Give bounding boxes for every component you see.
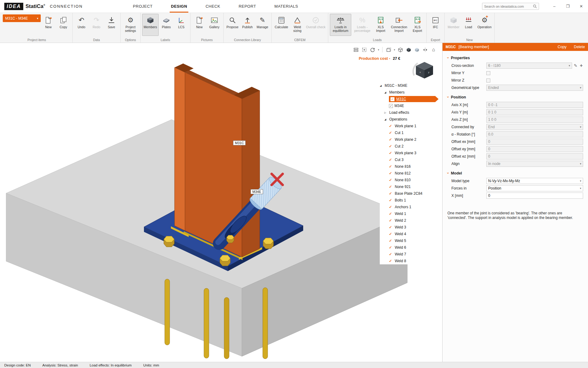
member-label-m34e[interactable]: M34E <box>251 189 263 194</box>
clip-box-icon[interactable] <box>385 46 392 53</box>
labels-members-toggle[interactable]: Members <box>142 14 159 36</box>
gallery-button[interactable]: Gallery <box>207 14 222 36</box>
tree-members-node[interactable]: ◢ Members <box>380 89 439 96</box>
tree-member-m34e[interactable]: ✓ M34E <box>380 102 439 109</box>
tree-operation-item[interactable]: ✓ Weld 8 <box>380 258 439 264</box>
cross-section-select[interactable]: 6 - I180 ▾ <box>486 63 572 69</box>
axis-y-input[interactable] <box>486 109 583 115</box>
labels-lcs-toggle[interactable]: LCS <box>174 14 189 36</box>
section-properties[interactable]: › Properties <box>447 56 583 60</box>
axis-x-input[interactable] <box>486 102 583 108</box>
tree-load-effects-node[interactable]: ▷ Load effects <box>380 109 439 116</box>
mirror-y-checkbox[interactable] <box>486 71 490 75</box>
tree-operation-item[interactable]: ✓ None 921 <box>380 183 439 190</box>
close-button[interactable]: ✕ <box>575 0 588 13</box>
offset-ey-input[interactable] <box>486 146 583 152</box>
publish-button[interactable]: Publish <box>240 14 255 36</box>
undo-button[interactable]: ↶ Undo <box>74 14 89 36</box>
transparent-view-icon[interactable] <box>413 46 421 53</box>
propose-button[interactable]: Propose <box>225 14 240 36</box>
wireframe-view-icon[interactable] <box>397 46 404 53</box>
copy-item-button[interactable]: Copy <box>56 14 71 36</box>
tab-design[interactable]: DESIGN <box>170 0 188 13</box>
tree-operation-item[interactable]: ✓ Cut 1 <box>380 129 439 136</box>
tree-operation-item[interactable]: ✓ Weld 6 <box>380 244 439 251</box>
add-cross-section-icon[interactable]: + <box>579 63 583 68</box>
tab-project[interactable]: PROJECT <box>132 0 154 13</box>
column-member-m31c[interactable] <box>175 63 260 257</box>
project-item-select[interactable]: M31C - M34E ▾ <box>3 14 41 22</box>
section-position[interactable]: › Position <box>447 95 583 99</box>
connected-by-select[interactable]: End ▾ <box>486 124 583 130</box>
save-button[interactable]: Save <box>104 14 119 36</box>
tab-materials[interactable]: MATERIALS <box>273 0 299 13</box>
3d-scene-canvas[interactable] <box>0 43 442 362</box>
model-type-select[interactable]: N-Vy-Vz-Mx-My-Mz ▾ <box>486 178 583 184</box>
tree-member-m31c-selected[interactable]: ✓ M31C <box>380 96 439 102</box>
tree-operation-item[interactable]: ✓ None 812 <box>380 170 439 177</box>
manage-button[interactable]: ✎ Manage <box>255 14 270 36</box>
xls-import-button[interactable]: XLS XLS Import <box>373 14 388 36</box>
tree-operation-item[interactable]: ✓ Bolts 1 <box>380 197 439 204</box>
tab-check[interactable]: CHECK <box>204 0 221 13</box>
rotation-input[interactable] <box>486 131 583 137</box>
tree-operation-item[interactable]: ✓ Weld 5 <box>380 237 439 244</box>
expand-icon[interactable]: ◢ <box>384 118 388 121</box>
selected-item-banner[interactable]: ✓ M31C <box>389 96 439 102</box>
home-view-icon[interactable]: ⌂ <box>430 46 437 53</box>
zoom-extents-icon[interactable] <box>360 46 368 53</box>
search-input[interactable] <box>484 5 533 8</box>
new-member-button[interactable]: Member <box>446 14 461 36</box>
tree-operation-item[interactable]: ✓ Work plane 1 <box>380 123 439 129</box>
ifc-export-button[interactable]: IFC IFC <box>428 14 443 36</box>
mirror-view-icon[interactable] <box>421 46 429 53</box>
loads-in-equilibrium-toggle[interactable]: Loads in equilibrium <box>330 14 351 36</box>
3d-viewport[interactable]: ▾ ▾ ⌂ Production cost - 27 € <box>0 43 442 362</box>
solid-view-icon[interactable] <box>405 46 413 53</box>
tree-operation-item[interactable]: ✓ Cut 3 <box>380 156 439 163</box>
x-position-input[interactable] <box>486 193 583 199</box>
redo-button[interactable]: ↷ Redo <box>89 14 104 36</box>
align-select[interactable]: In node ▾ <box>486 161 583 167</box>
tree-root[interactable]: ◢ M31C - M34E <box>380 82 439 89</box>
expand-icon[interactable]: ◢ <box>380 84 383 87</box>
new-load-button[interactable]: Load <box>461 14 476 36</box>
xls-export-button[interactable]: XLS XLS Export <box>410 14 425 36</box>
tree-operations-node[interactable]: ◢ Operations <box>380 116 439 123</box>
chevron-down-icon[interactable]: ▾ <box>393 48 396 51</box>
mirror-z-checkbox[interactable] <box>486 79 490 82</box>
new-operation-button[interactable]: ⚙+ Operation <box>476 14 493 36</box>
tab-report[interactable]: REPORT <box>237 0 257 13</box>
copy-member-button[interactable]: Copy <box>558 45 567 49</box>
connection-import-button[interactable]: Connection Import <box>388 14 410 36</box>
minimize-button[interactable]: – <box>548 0 561 13</box>
forces-in-select[interactable]: Position ▾ <box>486 185 583 191</box>
chevron-down-icon[interactable]: ▾ <box>377 48 380 51</box>
new-item-button[interactable]: New <box>41 14 56 36</box>
member-label-m31c[interactable]: M31C <box>233 140 246 145</box>
orbit-icon[interactable] <box>369 46 376 53</box>
tree-operation-item[interactable]: ✓ Work plane 2 <box>380 136 439 143</box>
tree-operation-item[interactable]: ✓ Weld 2 <box>380 217 439 224</box>
section-model[interactable]: › Model <box>447 171 583 175</box>
expand-icon[interactable]: ◢ <box>384 91 388 94</box>
section-planes-icon[interactable] <box>352 46 360 53</box>
search-box[interactable] <box>482 3 539 10</box>
tree-operation-item[interactable]: ✓ Work plane 3 <box>380 150 439 156</box>
labels-plates-toggle[interactable]: Plates <box>159 14 174 36</box>
tree-operation-item[interactable]: ✓ None 810 <box>380 177 439 183</box>
tree-operation-item[interactable]: ✓ Weld 4 <box>380 231 439 237</box>
overall-check-button[interactable]: Overall check <box>305 14 326 36</box>
weld-sizing-button[interactable]: Weld sizing <box>290 14 305 36</box>
tree-operation-item[interactable]: ✓ None 816 <box>380 163 439 170</box>
tree-operation-item[interactable]: ✓ Weld 3 <box>380 224 439 231</box>
picture-new-button[interactable]: New <box>192 14 207 36</box>
edit-cross-section-icon[interactable]: ✎ <box>574 63 578 68</box>
axis-z-input[interactable] <box>486 117 583 123</box>
offset-ez-input[interactable] <box>486 153 583 159</box>
geometrical-type-select[interactable]: Ended ▾ <box>486 85 583 91</box>
maximize-button[interactable]: ❐ <box>561 0 575 13</box>
checkbox-checked-icon[interactable]: ✓ <box>389 104 393 108</box>
checkbox-checked-icon[interactable]: ✓ <box>390 97 394 101</box>
collapsed-icon[interactable]: ▷ <box>384 111 388 114</box>
